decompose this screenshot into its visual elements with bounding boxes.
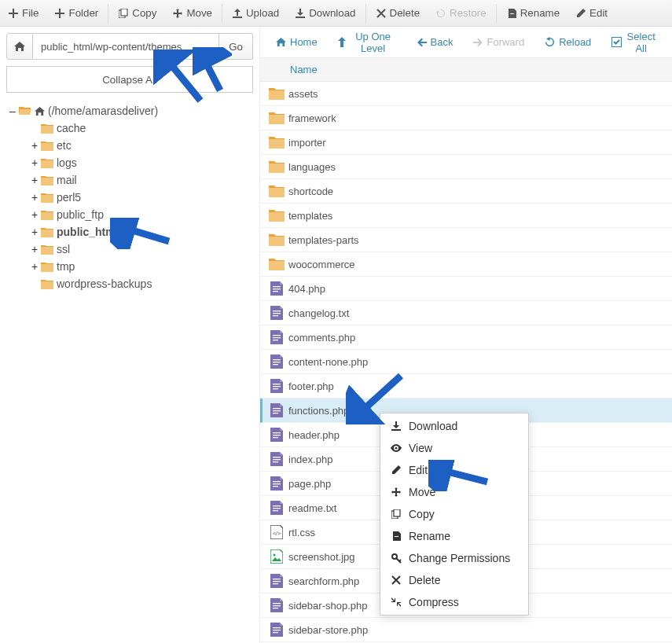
tree-item-label: public_ftp	[57, 208, 104, 221]
file-row[interactable]: 404.php	[260, 277, 672, 301]
new-file-button[interactable]: File	[0, 0, 46, 27]
tree-item-logs[interactable]: +logs	[6, 154, 253, 171]
cm-delete[interactable]: Delete	[380, 569, 528, 591]
file-row[interactable]: content-none.php	[260, 350, 672, 374]
path-input[interactable]	[33, 33, 219, 60]
tree-item-cache[interactable]: cache	[6, 119, 253, 137]
folder-icon	[265, 185, 288, 197]
file-icon	[265, 306, 288, 320]
svg-point-45	[395, 447, 398, 450]
rename-icon	[506, 8, 517, 19]
file-row[interactable]: framework	[260, 106, 672, 130]
expand-icon[interactable]: +	[30, 226, 41, 238]
svg-rect-16	[273, 384, 281, 384]
edit-label: Edit	[589, 7, 608, 19]
file-icon	[265, 549, 288, 564]
go-button[interactable]: Go	[219, 33, 253, 60]
key-icon	[390, 553, 402, 564]
cm-copy[interactable]: Copy	[380, 503, 528, 525]
cm-change-permissions[interactable]: Change Permissions	[380, 547, 528, 569]
cm-compress[interactable]: Compress	[380, 591, 528, 613]
delete-button[interactable]: Delete	[368, 0, 428, 27]
cm-download-label: Download	[409, 420, 457, 432]
expand-icon[interactable]: +	[30, 260, 41, 273]
file-name: woocommerce	[288, 259, 355, 270]
svg-rect-5	[273, 288, 281, 289]
expand-icon[interactable]: +	[30, 191, 41, 204]
cm-view[interactable]: View	[380, 437, 528, 459]
edit-button[interactable]: Edit	[567, 0, 615, 27]
path-home-button[interactable]	[6, 33, 33, 60]
file-row[interactable]: footer.php	[260, 374, 672, 399]
column-header-name[interactable]: Name	[260, 58, 672, 82]
nav-home-button[interactable]: Home	[268, 31, 325, 54]
file-row[interactable]: sidebar-store.php	[260, 618, 672, 642]
upload-button[interactable]: Upload	[224, 0, 287, 27]
svg-rect-25	[273, 457, 281, 457]
tree-item-label: mail	[57, 174, 77, 186]
expand-icon[interactable]: +	[30, 243, 41, 255]
nav-reload-button[interactable]: Reload	[537, 31, 599, 54]
expand-icon[interactable]: +	[30, 174, 41, 186]
svg-rect-17	[273, 386, 281, 387]
svg-rect-9	[273, 315, 278, 316]
tree-item-tmp[interactable]: +tmp	[6, 258, 253, 275]
file-icon: </>	[265, 525, 288, 539]
copy-button[interactable]: Copy	[110, 0, 164, 27]
file-row[interactable]: importer	[260, 130, 672, 155]
file-row[interactable]: changelog.txt	[260, 301, 672, 325]
tree-item-mail[interactable]: +mail	[6, 171, 253, 189]
expand-icon[interactable]: +	[30, 156, 41, 169]
file-name: footer.php	[288, 380, 334, 392]
file-name: templates	[288, 210, 332, 222]
new-folder-button[interactable]: Folder	[46, 0, 106, 27]
expand-icon[interactable]: +	[30, 208, 41, 221]
svg-rect-39	[273, 603, 281, 604]
tree-item-public_ftp[interactable]: +public_ftp	[6, 206, 253, 223]
rename-button[interactable]: Rename	[498, 0, 567, 27]
check-icon	[611, 37, 622, 47]
download-button[interactable]: Download	[287, 0, 363, 27]
cm-edit[interactable]: Edit	[380, 459, 528, 481]
svg-rect-31	[273, 505, 281, 506]
file-name: framework	[288, 112, 336, 124]
tree-root[interactable]: – (/home/amarasdeliver)	[6, 102, 253, 119]
cm-rename[interactable]: Rename	[380, 525, 528, 547]
collapse-icon[interactable]: –	[8, 105, 19, 117]
svg-rect-23	[273, 435, 281, 435]
tree-item-public_html[interactable]: +public_html	[6, 223, 253, 241]
file-name: searchform.php	[288, 575, 359, 587]
svg-rect-2	[510, 13, 514, 14]
tree-item-wordpress-backups[interactable]: wordpress-backups	[6, 275, 253, 292]
move-icon	[172, 8, 183, 19]
file-row[interactable]: languages	[260, 155, 672, 179]
svg-point-35	[274, 554, 276, 557]
cm-move[interactable]: Move	[380, 481, 528, 503]
file-icon	[265, 379, 288, 393]
nav-select-all-button[interactable]: Select All	[604, 31, 664, 54]
file-row[interactable]: shortcode	[260, 179, 672, 204]
move-button[interactable]: Move	[164, 0, 220, 27]
file-icon	[265, 501, 288, 515]
expand-icon[interactable]: +	[30, 139, 41, 152]
tree-item-etc[interactable]: +etc	[6, 137, 253, 154]
pencil-icon	[390, 465, 402, 475]
nav-back-button[interactable]: Back	[409, 31, 461, 54]
collapse-all-button[interactable]: Collapse All	[6, 66, 253, 93]
file-row[interactable]: templates	[260, 204, 672, 228]
nav-up-button[interactable]: Up One Level	[330, 31, 405, 54]
file-row[interactable]: templates-parts	[260, 228, 672, 252]
file-row[interactable]: comments.php	[260, 325, 672, 350]
home-icon	[35, 106, 45, 116]
tree-item-perl5[interactable]: +perl5	[6, 189, 253, 206]
nav-home-label: Home	[290, 36, 318, 48]
svg-rect-13	[273, 359, 281, 360]
file-row[interactable]: woocommerce	[260, 252, 672, 277]
file-row[interactable]: assets	[260, 82, 672, 106]
cm-download[interactable]: Download	[380, 415, 528, 437]
svg-rect-14	[273, 362, 281, 362]
nav-forward-button: Forward	[465, 31, 532, 54]
tree-item-ssl[interactable]: +ssl	[6, 241, 253, 258]
tree-item-label: wordpress-backups	[57, 277, 152, 290]
file-name: 404.php	[288, 283, 325, 295]
